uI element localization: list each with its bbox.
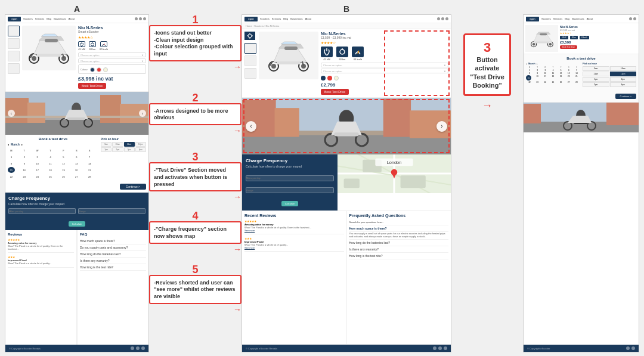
cal-prev-c[interactable]: ◂ [526, 63, 527, 65]
search-icon-a[interactable] [135, 17, 138, 20]
nav-businesses-b[interactable]: Businesses [290, 17, 302, 20]
cal-next-a[interactable]: ▸ [21, 143, 23, 146]
time-3pm[interactable]: 3pm [124, 147, 135, 152]
charge-input-2-a[interactable] [78, 208, 145, 214]
c-d1[interactable]: 1 [526, 69, 533, 72]
cal-date-25[interactable]: 25 [47, 174, 54, 179]
book-btn-c[interactable]: Book Test Drive [560, 45, 577, 49]
color-red-b[interactable] [327, 76, 332, 81]
c-d8[interactable]: 8 [526, 72, 533, 75]
time-10am[interactable]: 10am [112, 142, 123, 147]
cart-icon-a[interactable] [143, 17, 146, 20]
cal-date-18[interactable]: 18 [47, 167, 54, 173]
c-d18[interactable]: 18 [549, 75, 556, 81]
book-test-drive-a[interactable]: Book Test Drive [78, 83, 106, 89]
cal-date-10[interactable]: 10 [34, 160, 41, 166]
c-d4[interactable]: 4 [549, 69, 556, 72]
cal-date-6[interactable]: 6 [73, 154, 80, 160]
faq-5-a[interactable]: How long is the test ride? [80, 264, 146, 271]
continue-btn-a[interactable]: Continue > [120, 184, 146, 190]
option-1-a[interactable]: Choose an option▼ [78, 52, 146, 57]
time-9am[interactable]: 9am [101, 142, 112, 147]
social-icon-1-a[interactable] [131, 346, 134, 350]
time-1pm[interactable]: 1pm [101, 147, 112, 152]
c-d23[interactable]: 23 [534, 81, 541, 83]
see-more-2-b[interactable]: See more [244, 246, 344, 249]
cal-date-16[interactable]: 16 [21, 167, 28, 173]
c-d16[interactable]: 16 [534, 75, 541, 81]
cal-date-1[interactable]: 1 [8, 154, 15, 160]
c-d12[interactable]: 12 [558, 72, 565, 75]
time-4pm[interactable]: 4pm [135, 147, 146, 152]
t-12pm-c[interactable]: 12pm [610, 72, 637, 76]
nav-scooters-b[interactable]: Scooters [260, 17, 270, 20]
nav-businesses-c[interactable]: Businesses [572, 17, 584, 20]
t-9am-c[interactable]: 9am [583, 66, 609, 71]
cal-prev-a[interactable]: ◂ [8, 143, 9, 146]
t-11am-c[interactable]: 11am [583, 72, 609, 76]
charge-input-1-b[interactable] [246, 175, 334, 181]
social-2-c[interactable] [631, 346, 635, 350]
cal-date-21[interactable]: 21 [86, 167, 93, 173]
cal-date-20[interactable]: 20 [73, 167, 80, 173]
color-cream-b[interactable] [334, 76, 339, 81]
c-d27[interactable]: 27 [565, 81, 572, 83]
nav-scooters-c[interactable]: Scooters [541, 17, 551, 20]
faq-1-b[interactable]: How much space is there? [349, 225, 449, 232]
arrow-left-b[interactable]: ‹ [246, 121, 256, 132]
cal-date-12[interactable]: 12 [60, 160, 67, 166]
cal-date-4[interactable]: 4 [47, 154, 54, 160]
cal-date-22[interactable]: 22 [8, 174, 15, 179]
time-2pm[interactable]: 2pm [112, 147, 123, 152]
social-1-c[interactable] [626, 346, 630, 350]
nav-about-a[interactable]: About [69, 17, 75, 20]
nav-businesses-a[interactable]: Businesses [54, 17, 66, 20]
nav-about-c[interactable]: About [587, 17, 593, 20]
cal-date-17[interactable]: 17 [34, 167, 41, 173]
option-1-b[interactable]: Choose an option▼ [321, 63, 448, 67]
faq-3-b[interactable]: Is there any warranty? [349, 246, 449, 253]
cal-date-3[interactable]: 3 [34, 154, 41, 160]
nav-blog-a[interactable]: Blog [47, 17, 51, 20]
c-d28[interactable]: 28 [573, 81, 580, 83]
faq-3-a[interactable]: How long do the batteries last? [80, 251, 146, 258]
time-12pm[interactable]: 12pm [135, 142, 146, 147]
c-d22[interactable]: 22 [526, 81, 533, 83]
social-icon-2-a[interactable] [136, 346, 140, 350]
option-2-a[interactable]: Choose an option▼ [78, 58, 146, 63]
cal-next-c[interactable]: ▸ [537, 63, 538, 65]
c-d15[interactable]: 15 [526, 75, 531, 81]
c-d13[interactable]: 13 [565, 72, 572, 75]
social-icon-3-a[interactable] [141, 346, 145, 350]
c-d6[interactable]: 6 [565, 69, 572, 72]
thumb-4-a[interactable] [8, 63, 20, 74]
c-d14[interactable]: 14 [573, 72, 580, 75]
faq-4-b[interactable]: How long is the test ride? [349, 253, 449, 259]
arrow-left-a[interactable]: ‹ [8, 110, 15, 117]
c-d9[interactable]: 9 [534, 72, 541, 75]
faq-2-a[interactable]: Do you supply parts and accessory? [80, 244, 146, 251]
c-d11[interactable]: 11 [549, 72, 556, 75]
cal-date-27[interactable]: 27 [73, 174, 80, 179]
c-d21[interactable]: 21 [573, 75, 580, 81]
c-d19[interactable]: 19 [558, 75, 565, 81]
t-4pm-c[interactable]: 4pm [610, 82, 637, 87]
option-2-b[interactable]: Choose an option▼ [321, 69, 448, 73]
cal-date-28[interactable]: 28 [86, 174, 93, 179]
user-icon-c[interactable] [633, 17, 636, 20]
faq-1-a[interactable]: How much space is there? [80, 238, 146, 244]
search-icon-b[interactable] [437, 17, 440, 20]
social-icon-3-b[interactable] [444, 346, 447, 350]
c-d5[interactable]: 5 [558, 69, 565, 72]
faq-4-a[interactable]: Is there any warranty? [80, 258, 146, 264]
nav-services-a[interactable]: Services [35, 17, 44, 20]
cal-date-15[interactable]: 15 [8, 167, 15, 173]
cal-date-7[interactable]: 7 [86, 154, 93, 160]
nav-about-b[interactable]: About [305, 17, 311, 20]
cal-date-8[interactable]: 8 [8, 160, 15, 166]
c-d20[interactable]: 20 [565, 75, 572, 81]
charge-input-1-a[interactable] [8, 208, 76, 214]
t-10am-c[interactable]: 10am [610, 66, 637, 71]
c-d26[interactable]: 26 [558, 81, 565, 83]
nav-blog-b[interactable]: Blog [283, 17, 288, 20]
